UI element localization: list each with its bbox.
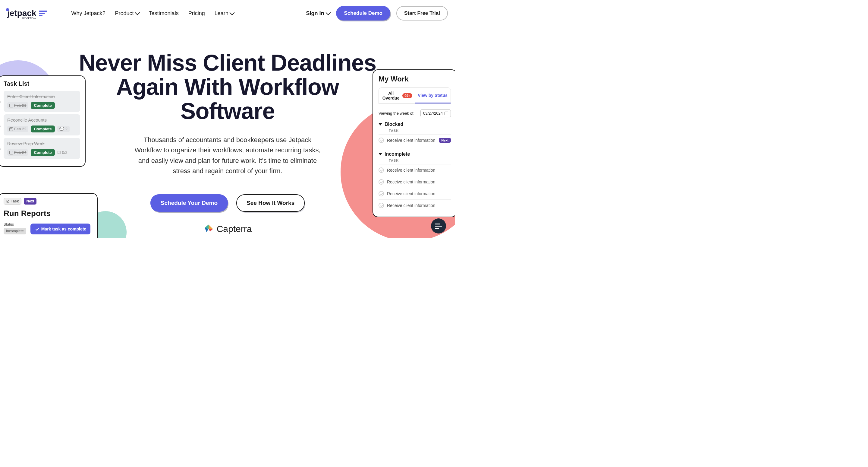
tasklist-panel: Task List ≡ Enter Client Information Feb… xyxy=(0,76,86,167)
list-item[interactable]: Receive client information xyxy=(378,199,451,211)
nav-why[interactable]: Why Jetpack? xyxy=(71,10,105,17)
task-column-header: TASK xyxy=(389,129,451,133)
task-complete-badge: Complete xyxy=(31,102,55,109)
logo-lines-icon xyxy=(39,10,47,16)
nav-product[interactable]: Product xyxy=(115,10,139,17)
list-item[interactable]: Receive client information xyxy=(378,164,451,176)
task-title: Review Prep Work xyxy=(7,141,76,146)
chevron-down-icon xyxy=(326,10,331,16)
mywork-title: My Work xyxy=(378,75,451,83)
schedule-demo-button[interactable]: Schedule Demo xyxy=(336,6,390,21)
tasklist-title: Task List xyxy=(4,80,80,87)
mywork-panel: My Work All Overdue 99+ View by Status V… xyxy=(373,69,455,217)
task-title: Reconcile Accounts xyxy=(7,117,76,122)
capterra-arrow-icon xyxy=(204,224,214,234)
logo[interactable]: jetpack workflow xyxy=(7,8,47,18)
sign-in-link[interactable]: Sign In xyxy=(306,10,330,17)
check-circle-icon xyxy=(378,138,384,143)
check-circle-icon xyxy=(378,168,384,173)
main-nav: Why Jetpack? Product Testimonials Pricin… xyxy=(71,10,234,17)
logo-text: jetpack workflow xyxy=(7,8,36,18)
chat-lines-icon xyxy=(435,224,442,229)
task-title: Enter Client Information xyxy=(7,94,76,99)
check-circle-icon xyxy=(378,191,384,196)
task-checklist-chip: ☑ 0/2 xyxy=(57,150,67,155)
nav-learn[interactable]: Learn xyxy=(215,10,234,17)
chevron-down-icon xyxy=(229,10,235,16)
hero-schedule-demo-button[interactable]: Schedule Your Demo xyxy=(150,194,228,212)
start-free-trial-button[interactable]: Start Free Trial xyxy=(396,6,448,21)
nav-pricing[interactable]: Pricing xyxy=(188,10,205,17)
check-circle-icon xyxy=(378,179,384,185)
capterra-text: Capterra xyxy=(217,224,252,234)
caret-down-icon xyxy=(378,153,382,155)
mark-complete-button[interactable]: Mark task as complete xyxy=(30,224,90,234)
task-row: ≡ Reconcile Accounts Feb 22 Complete 💬 2 xyxy=(4,114,80,136)
section-blocked[interactable]: Blocked xyxy=(378,122,451,127)
nav-testimonials[interactable]: Testimonials xyxy=(149,10,179,17)
list-item[interactable]: Receive client information xyxy=(378,176,451,188)
list-item[interactable]: Receive client information Next xyxy=(378,134,451,146)
week-label: Viewing the week of: xyxy=(378,111,414,116)
task-type-badge: ☑ Task xyxy=(4,198,22,205)
chat-fab[interactable] xyxy=(431,218,446,233)
check-circle-icon xyxy=(378,203,384,208)
status-label: Status xyxy=(4,222,26,227)
section-incomplete[interactable]: Incomplete xyxy=(378,151,451,157)
overdue-count-badge: 99+ xyxy=(402,93,412,98)
next-badge: Next xyxy=(24,198,36,205)
runreports-title: Run Reports xyxy=(4,209,92,218)
calendar-icon xyxy=(9,151,13,154)
hero-title: Never Miss Client Deadlines Again With W… xyxy=(77,51,378,123)
calendar-icon xyxy=(9,127,13,131)
hero-body: Thousands of accountants and bookkeepers… xyxy=(131,135,324,176)
status-value: Incomplete xyxy=(4,228,26,234)
calendar-icon xyxy=(9,104,13,108)
task-comments-chip: 💬 2 xyxy=(57,126,70,132)
runreports-panel: ☑ Task Next Run Reports Status Incomplet… xyxy=(0,193,98,238)
next-badge: Next xyxy=(439,138,451,143)
caret-down-icon xyxy=(378,123,382,125)
list-item[interactable]: Receive client information xyxy=(378,188,451,199)
tab-view-by-status[interactable]: View by Status xyxy=(415,88,451,104)
drag-handle-icon[interactable]: ≡ xyxy=(0,100,1,105)
task-row: ≡ Enter Client Information Feb 21 Comple… xyxy=(4,91,80,112)
calendar-icon xyxy=(444,112,448,115)
task-date-chip: Feb 21 xyxy=(7,102,28,109)
task-date-chip: Feb 22 xyxy=(7,126,28,132)
site-header: jetpack workflow Why Jetpack? Product Te… xyxy=(0,0,455,27)
task-row: ≡ Review Prep Work Feb 24 Complete ☑ 0/2 xyxy=(4,138,80,159)
tab-all-overdue[interactable]: All Overdue 99+ xyxy=(379,88,415,104)
task-complete-badge: Complete xyxy=(31,149,55,156)
checkmark-icon xyxy=(35,227,39,231)
week-date-input[interactable]: 03/27/2024 xyxy=(421,109,451,117)
drag-handle-icon[interactable]: ≡ xyxy=(0,123,1,128)
chevron-down-icon xyxy=(135,10,140,16)
svg-marker-0 xyxy=(209,225,213,229)
task-column-header: TASK xyxy=(389,159,451,162)
task-complete-badge: Complete xyxy=(31,125,55,133)
drag-handle-icon[interactable]: ≡ xyxy=(0,147,1,152)
task-date-chip: Feb 24 xyxy=(7,149,28,156)
svg-marker-3 xyxy=(209,229,213,232)
hero-see-how-button[interactable]: See How It Works xyxy=(236,194,305,212)
